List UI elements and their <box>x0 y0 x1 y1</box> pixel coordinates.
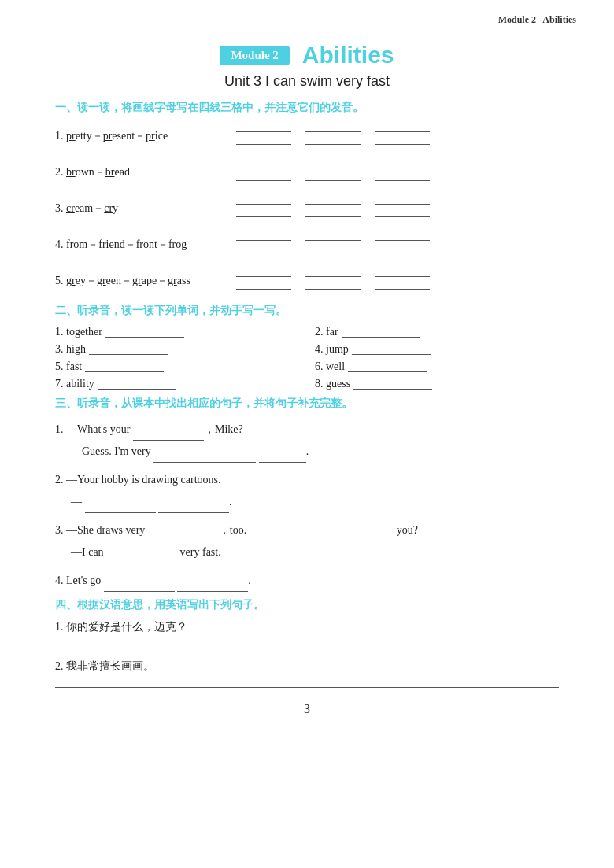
vocab-num-8: 8. guess <box>315 378 350 390</box>
lines-group-4 <box>236 231 559 253</box>
word-label-1: 1. pretty－present－price <box>55 129 236 145</box>
section3-heading: 三、听录音，从课本中找出相应的句子，并将句子补充完整。 <box>55 397 559 411</box>
write-line[interactable] <box>236 195 291 205</box>
blank-1c[interactable] <box>259 452 306 463</box>
vocab-item-7: 7. ability <box>55 378 299 390</box>
line-stack-5b <box>305 268 361 290</box>
word-label-5: 5. grey－green－grape－grass <box>55 274 236 290</box>
write-line[interactable] <box>236 231 291 241</box>
vocab-item-2: 2. far <box>315 326 559 338</box>
write-line[interactable] <box>236 135 291 145</box>
writing-row-4: 4. from－friend－front－frog <box>55 231 559 253</box>
page-header: Module 2 Abilities <box>0 0 614 26</box>
translation-item-2: 2. 我非常擅长画画。 <box>55 659 559 688</box>
line-stack-1c <box>375 123 430 145</box>
blank-2a[interactable] <box>85 502 156 513</box>
writing-row-2: 2. brown－bread <box>55 159 559 181</box>
line-stack-4b <box>305 231 361 253</box>
sentence-block-4: 4. Let's go . <box>55 570 559 592</box>
write-line[interactable] <box>236 159 291 168</box>
vocab-item-5: 5. fast <box>55 360 299 373</box>
blank-3b[interactable] <box>250 530 320 541</box>
sentence-block-3: 3. —She draws very ，too. you? —I can ver… <box>55 519 559 563</box>
section1-heading: 一、读一读，将画线字母写在四线三格中，并注意它们的发音。 <box>55 101 559 115</box>
line-stack-1b <box>305 123 361 145</box>
write-line[interactable] <box>375 172 430 181</box>
write-line[interactable] <box>375 280 430 290</box>
line-stack-3a <box>236 195 291 217</box>
translation-line-2[interactable] <box>55 677 559 688</box>
vocab-grid: 1. together 2. far 3. high 4. jump 5. fa… <box>55 326 559 390</box>
vocab-num-2: 2. far <box>315 326 338 338</box>
write-line[interactable] <box>305 135 361 145</box>
write-line[interactable] <box>236 280 291 290</box>
write-line[interactable] <box>305 208 361 217</box>
translation-line-1[interactable] <box>55 637 559 648</box>
write-line[interactable] <box>375 195 430 205</box>
write-line[interactable] <box>236 208 291 217</box>
word-label-3: 3. cream－cry <box>55 201 236 217</box>
blank-3d[interactable] <box>106 552 177 563</box>
sentence-2a: 2. —Your hobby is drawing cartoons. <box>55 469 559 491</box>
write-line[interactable] <box>375 159 430 168</box>
sentence-2b: — . <box>55 491 559 513</box>
blank-3c[interactable] <box>323 530 394 541</box>
writing-row-5: 5. grey－green－grape－grass <box>55 268 559 290</box>
blank-2b[interactable] <box>158 502 229 513</box>
lines-group-3 <box>236 195 559 217</box>
vocab-blank-3[interactable] <box>89 344 168 355</box>
lines-group-2 <box>236 159 559 181</box>
write-line[interactable] <box>375 135 430 145</box>
write-line[interactable] <box>375 244 430 253</box>
header-abilities: Abilities <box>542 14 576 25</box>
module-title-row: Module 2 Abilities <box>55 42 559 68</box>
vocab-item-8: 8. guess <box>315 378 559 390</box>
write-line[interactable] <box>236 123 291 132</box>
vocab-item-6: 6. well <box>315 360 559 373</box>
blank-3a[interactable] <box>148 530 219 541</box>
section2-heading: 二、听录音，读一读下列单词，并动手写一写。 <box>55 304 559 318</box>
abilities-title: Abilities <box>302 42 394 68</box>
write-line[interactable] <box>375 208 430 217</box>
sentence-4a: 4. Let's go . <box>55 570 559 592</box>
write-line[interactable] <box>305 123 361 132</box>
write-line[interactable] <box>305 172 361 181</box>
blank-1b[interactable] <box>154 452 256 463</box>
write-line[interactable] <box>305 195 361 205</box>
vocab-num-6: 6. well <box>315 360 345 373</box>
vocab-blank-7[interactable] <box>98 379 176 390</box>
vocab-blank-1[interactable] <box>105 327 184 338</box>
sentence-3a: 3. —She draws very ，too. you? <box>55 519 559 541</box>
write-line[interactable] <box>305 231 361 241</box>
vocab-num-5: 5. fast <box>55 360 82 373</box>
blank-1a[interactable] <box>133 430 204 441</box>
vocab-blank-8[interactable] <box>353 379 432 390</box>
write-line[interactable] <box>236 268 291 277</box>
vocab-item-4: 4. jump <box>315 343 559 356</box>
vocab-blank-4[interactable] <box>352 344 431 355</box>
vocab-blank-5[interactable] <box>85 361 164 372</box>
write-line[interactable] <box>375 231 430 241</box>
write-line[interactable] <box>305 244 361 253</box>
writing-row-3: 3. cream－cry <box>55 195 559 217</box>
vocab-blank-6[interactable] <box>348 361 427 372</box>
write-line[interactable] <box>236 244 291 253</box>
section1: 一、读一读，将画线字母写在四线三格中，并注意它们的发音。 1. pretty－p… <box>55 101 559 290</box>
write-line[interactable] <box>305 159 361 168</box>
blank-4a[interactable] <box>104 581 175 592</box>
blank-4b[interactable] <box>177 581 248 592</box>
write-line[interactable] <box>375 123 430 132</box>
write-line[interactable] <box>305 280 361 290</box>
section4: 四、根据汉语意思，用英语写出下列句子。 1. 你的爱好是什么，迈克？ 2. 我非… <box>55 598 559 688</box>
vocab-item-1: 1. together <box>55 326 299 338</box>
section4-heading: 四、根据汉语意思，用英语写出下列句子。 <box>55 598 559 612</box>
header-module: Module 2 <box>498 14 536 25</box>
write-line[interactable] <box>305 268 361 277</box>
section2: 二、听录音，读一读下列单词，并动手写一写。 1. together 2. far… <box>55 304 559 390</box>
write-line[interactable] <box>375 268 430 277</box>
section3: 三、听录音，从课本中找出相应的句子，并将句子补充完整。 1. —What's y… <box>55 397 559 592</box>
write-line[interactable] <box>236 172 291 181</box>
vocab-num-3: 3. high <box>55 343 86 356</box>
vocab-blank-2[interactable] <box>342 327 420 338</box>
translation-text-2: 2. 我非常擅长画画。 <box>55 659 559 674</box>
